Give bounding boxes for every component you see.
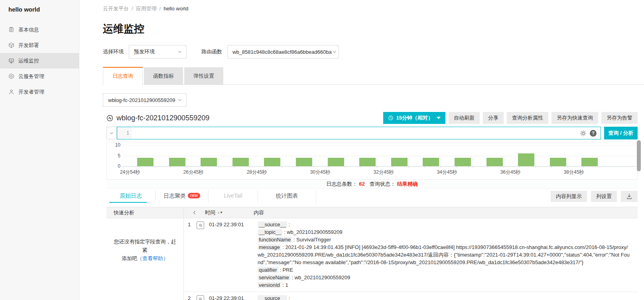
x-axis-tick xyxy=(488,166,488,168)
x-axis-tick xyxy=(218,166,219,168)
content-column-header: 内容 xyxy=(254,209,264,216)
log-field-key[interactable]: __topic__ xyxy=(258,229,282,235)
download-button[interactable] xyxy=(621,191,638,202)
sidebar: hello world 基本信息开发部署运维监控云服务管理开发者管理 xyxy=(0,0,79,300)
cloud-service-icon xyxy=(8,73,14,79)
result-tab-label: 统计图表 xyxy=(276,192,298,199)
histogram-bar xyxy=(201,158,217,166)
collapse-column-button[interactable] xyxy=(184,210,205,215)
log-field-value: 1 xyxy=(286,282,288,288)
chevron-down-icon xyxy=(177,49,183,55)
tab-函数指标[interactable]: 函数指标 xyxy=(144,67,183,84)
log-field-key[interactable]: serviceName xyxy=(258,275,290,280)
time-range-button[interactable]: 15分钟（相对） xyxy=(383,112,445,124)
x-axis-tick xyxy=(329,166,329,168)
histogram-bar xyxy=(232,158,249,166)
route-function-select[interactable]: wb_8581c948c8c68ae8cf86a6bbead660ba xyxy=(227,45,339,59)
x-axis-tick xyxy=(504,166,504,168)
log-field-key[interactable]: versionId xyxy=(258,282,281,288)
x-axis-tick xyxy=(139,166,139,168)
x-axis-tick xyxy=(250,166,250,168)
quick-analysis-empty-text: 您还没有指定字段查询，赶紧 添加吧（查看帮助） xyxy=(106,237,183,263)
sidebar-item-1[interactable]: 基本信息 xyxy=(0,22,79,37)
action-button-列设置[interactable]: 列设置 xyxy=(591,191,617,202)
time-column-header[interactable]: 时间 ▲▼ xyxy=(205,209,254,216)
result-tab-原始日志[interactable]: 原始日志 xyxy=(106,190,156,203)
log-field-key[interactable]: qualifier xyxy=(258,267,278,273)
log-field-value: wb_2021012900559209 xyxy=(295,275,351,280)
x-axis-tick xyxy=(345,166,345,168)
new-badge: new xyxy=(188,193,200,198)
x-axis-tick-label: 30分45秒 xyxy=(310,169,331,176)
view-help-link[interactable]: （查看帮助） xyxy=(137,255,168,261)
result-tab-统计图表[interactable]: 统计图表 xyxy=(258,190,316,203)
sidebar-item-label: 开发部署 xyxy=(18,42,39,49)
query-editor: 1 ? xyxy=(117,127,601,139)
log-field-value: 2021-01-29 14:39:01.435 [INFO] [4693e23d… xyxy=(258,244,630,265)
main-tabs: 日志查询函数指标弹性设置 xyxy=(103,67,644,85)
env-select[interactable]: 预发环境 xyxy=(129,45,187,59)
toolbar-button-查询分析属性[interactable]: 查询分析属性 xyxy=(507,112,548,124)
log-field-value: PRE xyxy=(282,267,293,273)
sort-icons[interactable]: ▲▼ xyxy=(217,211,223,214)
clock-icon xyxy=(388,115,394,121)
x-axis-tick xyxy=(202,166,203,168)
log-field: versionId : 1 xyxy=(258,281,631,289)
result-tab-日志聚类[interactable]: 日志聚类new xyxy=(156,190,209,203)
gear-icon[interactable] xyxy=(580,130,587,137)
env-select-label: 选择环境 xyxy=(103,48,124,55)
x-axis-tick-label: 28分45秒 xyxy=(247,169,267,176)
chevron-down-icon xyxy=(332,49,337,55)
log-field: __source__ : xyxy=(258,294,631,300)
log-field-sep: : xyxy=(292,237,296,243)
sidebar-item-2[interactable]: 开发部署 xyxy=(0,37,79,53)
log-row-time: 01-29 22:39:01 xyxy=(209,294,258,300)
tab-日志查询[interactable]: 日志查询 xyxy=(103,67,143,85)
log-row: 201-29 22:39:01__source__ : __topic__ : … xyxy=(184,292,638,300)
toolbar-button-另存为快速查询[interactable]: 另存为快速查询 xyxy=(551,112,598,124)
search-analyze-button[interactable]: 查询 / 分析 xyxy=(604,127,638,139)
tab-弹性设置[interactable]: 弹性设置 xyxy=(184,67,223,84)
log-table-header: 快速分析 时间 ▲▼ 内容 xyxy=(106,207,638,218)
breadcrumb-item[interactable]: 云开发平台 xyxy=(103,6,129,12)
download-icon xyxy=(626,193,632,200)
histogram-bar xyxy=(391,158,408,166)
action-button-内容列显示[interactable]: 内容列显示 xyxy=(551,191,587,202)
query-expand-button[interactable] xyxy=(106,127,117,139)
histogram-bar xyxy=(581,158,598,166)
help-icon[interactable]: ? xyxy=(590,130,597,137)
x-axis-tick xyxy=(186,166,187,168)
log-table-body: 您还没有指定字段查询，赶紧 添加吧（查看帮助） 101-29 22:39:01_… xyxy=(106,218,638,300)
x-axis-tick xyxy=(377,166,377,168)
sidebar-item-3[interactable]: 运维监控 xyxy=(0,53,79,69)
histogram-bar xyxy=(455,158,471,166)
log-field-key[interactable]: message xyxy=(258,244,281,250)
result-tab-LiveTail[interactable]: LiveTail xyxy=(209,190,258,203)
breadcrumb-item[interactable]: 应用管理 xyxy=(136,6,157,12)
histogram-bar xyxy=(486,158,503,166)
gridline xyxy=(123,156,636,156)
logstore-select[interactable]: wblog-fc-2021012900559209 xyxy=(103,93,187,107)
log-field-sep: : xyxy=(278,267,283,273)
sidebar-item-4[interactable]: 云服务管理 xyxy=(0,69,79,84)
log-detail-button[interactable] xyxy=(197,295,204,300)
vertical-scrollbar-thumb[interactable] xyxy=(637,140,641,171)
toolbar-button-分享[interactable]: 分享 xyxy=(483,112,504,124)
histogram-bar xyxy=(359,158,376,166)
query-input[interactable] xyxy=(132,127,580,139)
log-field-key[interactable]: __source__ xyxy=(258,295,287,300)
log-field-key[interactable]: __source__ xyxy=(258,222,287,227)
time-range-label: 15分钟（相对） xyxy=(396,114,433,122)
x-axis-tick xyxy=(234,166,234,168)
page-title: 运维监控 xyxy=(103,22,644,36)
log-detail-button[interactable] xyxy=(197,222,204,229)
breadcrumb-separator: / xyxy=(132,6,133,12)
sidebar-item-5[interactable]: 开发者管理 xyxy=(0,84,79,100)
logstore-title: wblog-fc-2021012900559209 xyxy=(116,114,209,122)
log-field: __source__ : xyxy=(258,221,631,228)
log-histogram: 051024分54秒26分45秒28分45秒30分45秒32分45秒34分45秒… xyxy=(106,142,638,180)
toolbar-button-另存为告警[interactable]: 另存为告警 xyxy=(601,112,638,124)
deploy-icon xyxy=(8,42,14,48)
toolbar-button-自动刷新[interactable]: 自动刷新 xyxy=(449,112,480,124)
log-field-key[interactable]: functionName xyxy=(258,237,292,243)
